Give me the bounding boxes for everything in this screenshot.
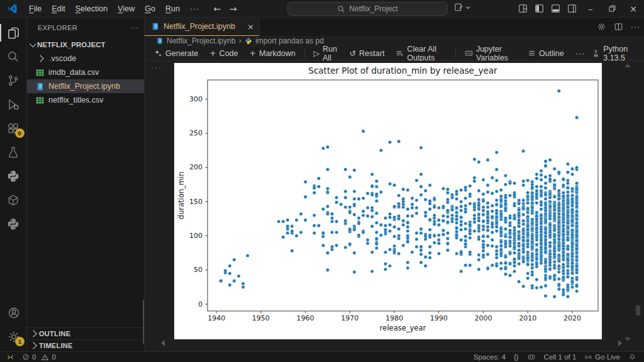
python-activity-icon[interactable] [0, 164, 27, 188]
notebook-scrollbar-thumb[interactable] [636, 305, 640, 315]
breadcrumb-cell[interactable]: import pandas as pd [255, 37, 324, 45]
language-mode-indicator[interactable]: {} [514, 353, 519, 361]
menu-edit[interactable]: Edit [47, 2, 70, 16]
menu-overflow[interactable]: ··· [185, 4, 205, 13]
extensions-activity-icon[interactable]: 9 [0, 116, 27, 140]
close-window-button[interactable]: × [623, 0, 644, 17]
tree-item-vscode-folder[interactable]: .vscode [27, 52, 144, 65]
breadcrumb-separator: › [238, 37, 242, 45]
split-editor-icon[interactable] [614, 22, 623, 31]
svg-text:300: 300 [189, 95, 203, 103]
svg-text:1940: 1940 [208, 314, 225, 322]
indentation-indicator[interactable]: Spaces: 4 [474, 353, 506, 361]
svg-text:200: 200 [189, 163, 203, 171]
scatter-plot: 1940195019601970198019902000201020200501… [174, 63, 602, 339]
kernel-picker-button[interactable]: Python 3.13.5 [592, 45, 635, 62]
remote-indicator[interactable] [6, 353, 14, 361]
notebook-file-icon [156, 37, 164, 45]
toggle-primary-sidebar-button[interactable] [531, 0, 547, 17]
outline-section-header[interactable]: OUTLINE [27, 327, 144, 339]
outline-label: OUTLINE [39, 330, 70, 337]
generate-button[interactable]: Generate [150, 47, 203, 60]
notebook-body: ··· 194019501960197019801990200020102020… [145, 61, 644, 351]
timeline-section-header[interactable]: TIMELINE [27, 339, 144, 351]
toggle-panel-button[interactable] [547, 0, 564, 17]
outline-icon [528, 49, 536, 57]
minimize-button[interactable]: – [580, 0, 601, 17]
explorer-sidebar: EXPLORER ··· NETFLIX_PROJECT .vscode imd… [27, 18, 145, 351]
explorer-more-actions-button[interactable]: ··· [130, 24, 139, 31]
outline-button[interactable]: Outline [523, 47, 569, 60]
toolbar-more-actions-button[interactable]: ··· [571, 47, 590, 60]
root-folder-label: NETFLIX_PROJECT [37, 41, 106, 48]
toolbar-divider [455, 49, 456, 58]
source-control-activity-icon[interactable] [0, 69, 27, 93]
notebook-settings-gear-icon[interactable] [597, 22, 606, 31]
jupyter-variables-button[interactable]: Jupyter Variables [460, 47, 521, 60]
tab-netflix-project-ipynb[interactable]: Netflix_Project.ipynb × [145, 18, 260, 36]
svg-text:50: 50 [194, 266, 203, 274]
breadcrumb-file[interactable]: Netflix_Project.ipynb [167, 37, 235, 45]
menu-file[interactable]: File [24, 2, 47, 16]
tree-item-netflix-titles-csv[interactable]: netflix_titles.csv [27, 93, 144, 107]
menu-view[interactable]: View [113, 2, 140, 16]
testing-activity-icon[interactable] [0, 140, 27, 164]
svg-text:Scatter Plot of duration_min b: Scatter Plot of duration_min by release_… [308, 65, 497, 76]
accounts-icon[interactable] [0, 301, 27, 325]
tree-item-imdb-data-csv[interactable]: imdb_data.csv [27, 65, 144, 79]
history-forward-button[interactable]: → [230, 4, 237, 14]
search-activity-icon[interactable] [0, 45, 27, 69]
error-icon [22, 353, 30, 361]
tab-bar: Netflix_Project.ipynb × ··· [145, 18, 644, 36]
csv-file-icon [35, 68, 45, 77]
copilot-icon[interactable] [527, 353, 536, 361]
svg-text:1980: 1980 [386, 314, 403, 322]
svg-text:250: 250 [189, 129, 203, 137]
search-icon [337, 5, 345, 13]
toggle-secondary-sidebar-button[interactable] [564, 0, 580, 17]
run-all-button[interactable]: ▷ Run All [309, 47, 342, 60]
folder-label: .vscode [49, 54, 76, 63]
python-environments-activity-icon[interactable] [0, 212, 27, 236]
settings-gear-icon[interactable]: 1 [0, 325, 27, 349]
notifications-bell-icon[interactable] [628, 353, 636, 361]
restart-icon: ↺ [350, 48, 356, 58]
menu-run[interactable]: Run [160, 2, 185, 16]
jupyter-activity-icon[interactable] [0, 188, 27, 212]
scroll-right-arrow[interactable] [618, 340, 622, 346]
command-center-search[interactable]: Netflix_Project [287, 2, 448, 16]
file-label: Netflix_Project.ipynb [48, 82, 120, 91]
menu-go[interactable]: Go [140, 2, 160, 16]
scroll-left-arrow[interactable] [161, 340, 165, 346]
scroll-up-arrow[interactable] [625, 64, 631, 67]
svg-text:1990: 1990 [430, 314, 448, 322]
tree-item-netflix-project-ipynb[interactable]: Netflix_Project.ipynb [27, 79, 144, 93]
run-debug-activity-icon[interactable] [0, 93, 27, 116]
kernel-icon [592, 49, 600, 57]
cell-actions-button[interactable]: ··· [151, 62, 162, 72]
cell-indicator[interactable]: Cell 1 of 1 [544, 353, 577, 361]
explorer-activity-icon[interactable] [0, 21, 27, 45]
restore-button[interactable] [601, 0, 623, 17]
close-tab-icon[interactable]: × [247, 22, 254, 31]
layout-dropdown-button[interactable] [454, 3, 470, 12]
sparkle-icon [154, 49, 162, 57]
file-label: imdb_data.csv [48, 68, 99, 77]
svg-text:100: 100 [189, 232, 203, 240]
menu-selection[interactable]: Selection [70, 2, 113, 16]
clear-all-outputs-button[interactable]: Clear All Outputs [391, 47, 451, 60]
add-markdown-cell-button[interactable]: + Markdown [245, 47, 300, 60]
editor-more-actions-button[interactable]: ··· [631, 23, 641, 31]
tree-root-netflix-project[interactable]: NETFLIX_PROJECT [27, 38, 144, 52]
restart-kernel-button[interactable]: ↺ Restart [345, 47, 389, 60]
go-live-button[interactable]: Go Live [584, 353, 620, 361]
svg-text:2020: 2020 [564, 314, 581, 322]
add-code-cell-button[interactable]: + Code [205, 47, 242, 60]
problems-indicator[interactable]: 0 0 [22, 353, 56, 361]
customize-layout-button[interactable] [514, 0, 531, 17]
breadcrumb: Netflix_Project.ipynb › import pandas as… [145, 36, 644, 46]
scroll-down-arrow[interactable] [625, 337, 631, 341]
history-back-button[interactable]: ← [213, 4, 221, 14]
sidebar-scrollbar[interactable] [143, 300, 144, 344]
settings-badge: 1 [15, 337, 25, 346]
